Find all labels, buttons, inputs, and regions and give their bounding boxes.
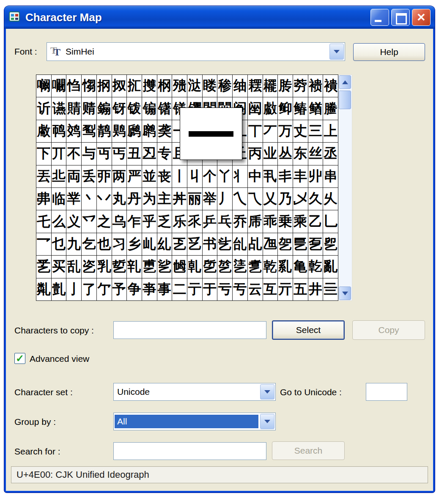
grid-cell[interactable]: 乤 — [172, 233, 187, 255]
chevron-down-icon[interactable] — [329, 44, 344, 60]
grid-cell[interactable]: 䥺 — [112, 97, 127, 119]
character-set-combobox[interactable]: Unicode — [113, 383, 276, 401]
grid-cell[interactable]: 両 — [66, 165, 82, 187]
grid-cell[interactable]: 䜣 — [36, 97, 52, 119]
search-input[interactable] — [113, 442, 266, 460]
grid-cell[interactable]: 乧 — [217, 233, 233, 255]
grid-cell[interactable]: 乩 — [248, 233, 263, 255]
grid-cell[interactable]: 乎 — [142, 210, 157, 232]
grid-cell[interactable]: 乪 — [263, 233, 278, 255]
grid-cell[interactable]: 丛 — [278, 143, 293, 165]
grid-cell[interactable]: 个 — [203, 165, 218, 187]
grid-cell[interactable]: 乑 — [187, 210, 203, 232]
grid-cell[interactable]: 丞 — [323, 143, 338, 165]
grid-cell[interactable]: 丱 — [308, 165, 324, 187]
grid-cell[interactable]: 五 — [293, 278, 308, 300]
grid-cell[interactable]: 了 — [82, 278, 97, 300]
grid-cell[interactable]: 为 — [142, 188, 157, 210]
grid-cell[interactable]: 乸 — [172, 256, 187, 278]
grid-cell[interactable]: 乾 — [263, 256, 278, 278]
grid-cell[interactable]: 严 — [127, 165, 142, 187]
grid-cell[interactable]: 事 — [157, 278, 173, 300]
grid-cell[interactable]: 之 — [97, 210, 112, 232]
app-icon[interactable] — [8, 10, 21, 25]
grid-cell[interactable]: 㘚 — [52, 75, 67, 97]
grid-cell[interactable]: 丶 — [82, 188, 97, 210]
grid-cell[interactable]: 丼 — [172, 188, 187, 210]
grid-cell[interactable]: 中 — [248, 165, 263, 187]
grid-cell[interactable]: 乶 — [142, 256, 157, 278]
grid-cell[interactable]: 乐 — [172, 210, 187, 232]
grid-cell[interactable]: 举 — [203, 188, 218, 210]
grid-cell[interactable]: 丐 — [112, 143, 127, 165]
grid-cell[interactable]: 䥽 — [127, 97, 142, 119]
grid-cell[interactable]: 于 — [203, 278, 218, 300]
help-button[interactable]: Help — [353, 43, 425, 61]
group-by-combobox[interactable]: All — [113, 413, 276, 430]
grid-cell[interactable]: 乚 — [323, 210, 338, 232]
grid-cell[interactable]: 䴕 — [82, 120, 97, 142]
grid-cell[interactable]: 䌷 — [233, 75, 248, 97]
grid-cell[interactable]: 久 — [308, 188, 324, 210]
grid-cell[interactable]: 云 — [248, 278, 263, 300]
grid-scrollbar[interactable] — [338, 74, 352, 301]
grid-cell[interactable]: 亀 — [293, 256, 308, 278]
copy-button[interactable]: Copy — [352, 320, 425, 340]
grid-cell[interactable]: 业 — [263, 143, 278, 165]
grid-cell[interactable]: 乵 — [127, 256, 142, 278]
grid-cell[interactable]: 丧 — [157, 165, 173, 187]
grid-cell[interactable]: 䲟 — [278, 97, 293, 119]
grid-cell[interactable]: 与 — [82, 143, 97, 165]
grid-cell[interactable]: 䅟 — [217, 75, 233, 97]
grid-cell[interactable]: 上 — [323, 120, 338, 142]
grid-cell[interactable]: 乆 — [323, 188, 338, 210]
chevron-down-icon[interactable] — [260, 414, 274, 429]
grid-cell[interactable]: 㤘 — [66, 75, 82, 97]
grid-cell[interactable]: 乹 — [187, 256, 203, 278]
grid-cell[interactable]: 丫 — [217, 165, 233, 187]
grid-cell[interactable]: 丯 — [278, 165, 293, 187]
font-combobox[interactable]: SimHei — [47, 42, 345, 61]
grid-cell[interactable]: 丵 — [66, 188, 82, 210]
grid-cell[interactable]: 丑 — [127, 143, 142, 165]
grid-cell[interactable]: 䲡 — [308, 97, 324, 119]
grid-cell[interactable]: 二 — [172, 278, 187, 300]
grid-cell[interactable]: 丽 — [187, 188, 203, 210]
grid-cell[interactable]: 亐 — [233, 278, 248, 300]
grid-cell[interactable]: 买 — [52, 256, 67, 278]
grid-cell[interactable]: 么 — [52, 210, 67, 232]
grid-cell[interactable]: 乯 — [36, 256, 52, 278]
grid-cell[interactable]: 乖 — [263, 210, 278, 232]
grid-cell[interactable]: 䎱 — [263, 75, 278, 97]
close-icon[interactable] — [412, 9, 431, 26]
grid-cell[interactable]: 丒 — [142, 143, 157, 165]
characters-to-copy-input[interactable] — [113, 321, 266, 339]
grid-cell[interactable]: 乘 — [293, 210, 308, 232]
grid-cell[interactable]: 䶮 — [157, 120, 173, 142]
grid-cell[interactable]: 丰 — [293, 165, 308, 187]
grid-cell[interactable]: 丿 — [217, 188, 233, 210]
grid-cell[interactable]: 下 — [36, 143, 52, 165]
grid-cell[interactable]: 乓 — [217, 210, 233, 232]
grid-cell[interactable]: 乍 — [127, 210, 142, 232]
grid-cell[interactable]: 丹 — [127, 188, 142, 210]
grid-cell[interactable]: 乺 — [203, 256, 218, 278]
grid-cell[interactable]: 乮 — [323, 233, 338, 255]
search-button[interactable]: Search — [272, 441, 345, 460]
grid-cell[interactable]: 䝼 — [66, 97, 82, 119]
grid-cell[interactable]: 乃 — [278, 188, 293, 210]
grid-cell[interactable]: 㳠 — [187, 75, 203, 97]
grid-cell[interactable]: 乳 — [97, 256, 112, 278]
grid-cell[interactable]: 丷 — [97, 188, 112, 210]
grid-cell[interactable]: 㧐 — [112, 75, 127, 97]
grid-cell[interactable]: 乽 — [248, 256, 263, 278]
grid-cell[interactable]: 丆 — [263, 120, 278, 142]
grid-cell[interactable]: 亂 — [323, 256, 338, 278]
grid-cell[interactable]: 乷 — [157, 256, 173, 278]
grid-cell[interactable]: 䞍 — [82, 97, 97, 119]
maximize-icon[interactable] — [391, 9, 410, 26]
grid-cell[interactable]: 㧟 — [127, 75, 142, 97]
grid-cell[interactable]: 䴔 — [66, 120, 82, 142]
grid-cell[interactable]: 乛 — [36, 233, 52, 255]
grid-cell[interactable]: 䦷 — [248, 97, 263, 119]
